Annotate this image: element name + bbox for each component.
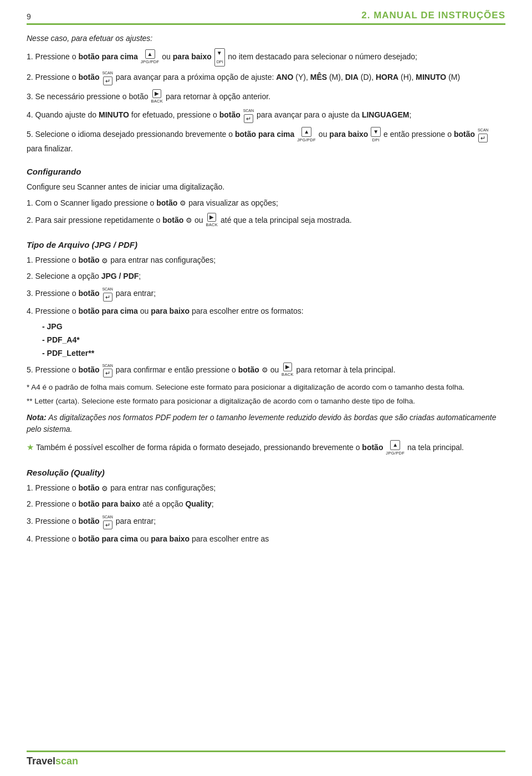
icon-dpi-down2: ▼ DPI xyxy=(371,127,381,143)
icon-dpi-down: ▼DPI xyxy=(214,48,226,67)
icon-back-btn: ▶ BACK xyxy=(151,89,163,105)
resolucao-step3: 3. Pressione o botão SCAN ↵ para entrar; xyxy=(27,514,505,529)
brand-logo: Travelscan xyxy=(27,755,78,767)
configurando-intro: Configure seu Scanner antes de iniciar u… xyxy=(27,181,505,193)
logo-scan: scan xyxy=(55,755,78,767)
resolucao-step2: 2. Pressione o botão para baixo até a op… xyxy=(27,498,505,510)
step-1-text: 1. Pressione o botão para cima ▲ JPG/PDF… xyxy=(27,48,505,67)
icon-scan-btn5: SCAN ↵ xyxy=(102,363,112,378)
step-5-text: 5. Selecione o idioma desejado pressiona… xyxy=(27,127,505,155)
tipo-step1: 1. Pressione o botão ⚙ para entrar nas c… xyxy=(27,254,505,267)
gear-icon-3: ⚙ xyxy=(101,256,108,267)
page-content: Nesse caso, para efetuar os ajustes: 1. … xyxy=(27,33,505,545)
icon-scan-btn3: SCAN ↵ xyxy=(478,127,488,142)
icon-jpgpdf-up2: ▲ JPG/PDF xyxy=(297,127,316,143)
icon-scan-btn2: SCAN ↵ xyxy=(243,108,254,123)
icon-jpgpdf-main: ▲ JPG/PDF xyxy=(386,440,405,456)
tipo-arquivo-heading: Tipo de Arquivo (JPG / PDF) xyxy=(27,238,505,251)
page-number: 9 xyxy=(27,12,31,21)
gear-icon-2: ⚙ xyxy=(186,215,192,226)
footnote2: ** Letter (carta). Selecione este format… xyxy=(27,396,505,407)
resolucao-heading: Resolução (Quality) xyxy=(27,466,505,479)
format-jpg: JPG xyxy=(42,321,505,333)
footnote1: * A4 é o padrão de folha mais comum. Sel… xyxy=(27,382,505,394)
configurando-step1: 1. Com o Scanner ligado pressione o botã… xyxy=(27,197,505,210)
configurando-step2: 2. Para sair pressione repetidamente o b… xyxy=(27,213,505,228)
icon-scan-btn6: SCAN ↵ xyxy=(102,514,112,529)
pdf-note: Nota: As digitalizações nos formatos PDF… xyxy=(27,412,505,436)
page-footer: Travelscan xyxy=(27,751,505,767)
tipo-step4: 4. Pressione o botão para cima ou para b… xyxy=(27,305,505,318)
gear-icon-1: ⚙ xyxy=(180,198,186,209)
icon-jpgpdf-up: ▲ JPG/PDF xyxy=(141,49,160,65)
step-2-text: 2. Pressione o botão SCAN ↵ para avançar… xyxy=(27,70,505,85)
star-icon: ★ xyxy=(27,442,34,452)
logo-travel: Travel xyxy=(27,755,55,767)
step-4-text: 4. Quando ajuste do MINUTO for efetuado,… xyxy=(27,108,505,123)
icon-back-btn3: ▶ BACK xyxy=(282,363,294,378)
gear-icon-4: ⚙ xyxy=(262,365,268,376)
icon-back-btn2: ▶ BACK xyxy=(206,213,218,228)
icon-scan-btn4: SCAN ↵ xyxy=(102,287,112,302)
format-list: JPG PDF_A4* PDF_Letter** xyxy=(42,321,505,359)
icon-scan-btn: SCAN ↵ xyxy=(102,70,112,85)
gear-icon-5: ⚙ xyxy=(101,483,108,494)
resolucao-step4: 4. Pressione o botão para cima ou para b… xyxy=(27,533,505,545)
resolucao-step1: 1. Pressione o botão ⚙ para entrar nas c… xyxy=(27,482,505,494)
star-note: ★Também é possível escolher de forma ráp… xyxy=(27,440,505,456)
tipo-step3: 3. Pressione o botão SCAN ↵ para entrar; xyxy=(27,287,505,302)
format-pdf-letter: PDF_Letter** xyxy=(42,348,505,359)
tipo-step5: 5. Pressione o botão SCAN ↵ para confirm… xyxy=(27,363,505,378)
chapter-title: 2. MANUAL DE INSTRUÇÕES xyxy=(38,10,505,21)
tipo-step2: 2. Selecione a opção JPG / PDF; xyxy=(27,270,505,283)
step-3-text: 3. Se necessário pressione o botão ▶ BAC… xyxy=(27,89,505,105)
page-container: 9 2. MANUAL DE INSTRUÇÕES Nesse caso, pa… xyxy=(0,0,532,776)
page-header: 9 2. MANUAL DE INSTRUÇÕES xyxy=(27,10,505,25)
configurando-heading: Configurando xyxy=(27,165,505,178)
intro-italic: Nesse caso, para efetuar os ajustes: xyxy=(27,33,505,45)
format-pdf-a4: PDF_A4* xyxy=(42,334,505,346)
